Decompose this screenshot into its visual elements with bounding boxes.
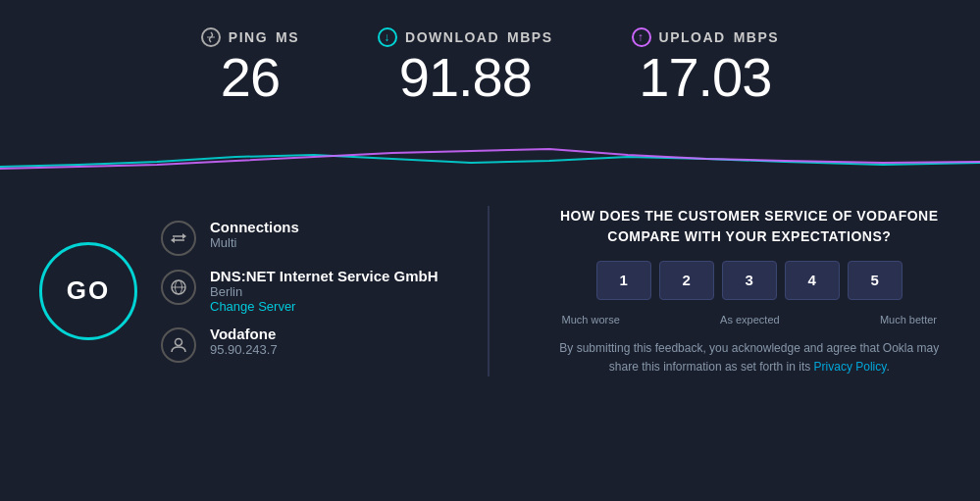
server-icon bbox=[161, 270, 196, 305]
svg-point-8 bbox=[176, 339, 182, 346]
rating-4-button[interactable]: 4 bbox=[785, 261, 840, 300]
user-isp: Vodafone bbox=[210, 326, 278, 342]
survey-panel: HOW DOES THE CUSTOMER SERVICE OF VODAFON… bbox=[539, 206, 941, 376]
go-button[interactable]: GO bbox=[39, 242, 137, 340]
user-icon bbox=[161, 327, 196, 363]
download-value: 91.88 bbox=[399, 47, 532, 108]
upload-icon: ↑ bbox=[632, 27, 651, 47]
server-location: Berlin bbox=[210, 284, 438, 299]
upload-value: 17.03 bbox=[639, 47, 771, 108]
connections-label: Connections bbox=[210, 219, 299, 235]
download-label: ↓ DOWNLOAD Mbps bbox=[378, 27, 552, 47]
upload-stat: ↑ UPLOAD Mbps 17.03 bbox=[632, 27, 780, 108]
survey-title: HOW DOES THE CUSTOMER SERVICE OF VODAFON… bbox=[558, 206, 941, 247]
rating-2-button[interactable]: 2 bbox=[659, 261, 714, 300]
connections-text: Connections Multi bbox=[210, 219, 299, 250]
bottom-section: GO Connections Multi bbox=[0, 186, 980, 396]
stats-bar: PING ms 26 ↓ DOWNLOAD Mbps 91.88 ↑ UPLOA… bbox=[0, 0, 980, 127]
privacy-policy-link[interactable]: Privacy Policy bbox=[814, 360, 887, 374]
rating-5-button[interactable]: 5 bbox=[848, 261, 903, 300]
connections-row: Connections Multi bbox=[161, 219, 438, 256]
user-row: Vodafone 95.90.243.7 bbox=[161, 326, 438, 363]
server-row: DNS:NET Internet Service GmbH Berlin Cha… bbox=[161, 268, 438, 314]
user-ip: 95.90.243.7 bbox=[210, 342, 278, 357]
connections-value: Multi bbox=[210, 235, 299, 250]
ping-icon bbox=[201, 27, 221, 47]
survey-note: By submitting this feedback, you acknowl… bbox=[558, 339, 941, 376]
connections-icon bbox=[161, 221, 196, 256]
change-server-button[interactable]: Change Server bbox=[210, 299, 438, 314]
rating-labels: Much worse As expected Much better bbox=[558, 314, 941, 326]
server-text: DNS:NET Internet Service GmbH Berlin Cha… bbox=[210, 268, 438, 314]
user-text: Vodafone 95.90.243.7 bbox=[210, 326, 278, 357]
server-name: DNS:NET Internet Service GmbH bbox=[210, 268, 438, 284]
svg-marker-4 bbox=[171, 237, 175, 243]
panel-divider bbox=[488, 206, 490, 376]
rating-label-right: Much better bbox=[880, 314, 937, 326]
rating-label-left: Much worse bbox=[562, 314, 620, 326]
svg-marker-3 bbox=[182, 233, 186, 239]
rating-3-button[interactable]: 3 bbox=[722, 261, 777, 300]
upload-label: ↑ UPLOAD Mbps bbox=[632, 27, 780, 47]
ping-value: 26 bbox=[221, 47, 280, 108]
rating-1-button[interactable]: 1 bbox=[596, 261, 651, 300]
info-rows: Connections Multi DNS:NET Internet Servi… bbox=[161, 219, 438, 363]
ping-label: PING ms bbox=[201, 27, 299, 47]
download-stat: ↓ DOWNLOAD Mbps 91.88 bbox=[378, 27, 552, 108]
download-icon: ↓ bbox=[378, 27, 397, 47]
ping-stat: PING ms 26 bbox=[201, 27, 299, 108]
left-panel: GO Connections Multi bbox=[39, 206, 438, 376]
rating-row: 1 2 3 4 5 bbox=[558, 261, 941, 300]
rating-label-mid: As expected bbox=[720, 314, 780, 326]
speed-graph bbox=[0, 127, 980, 186]
